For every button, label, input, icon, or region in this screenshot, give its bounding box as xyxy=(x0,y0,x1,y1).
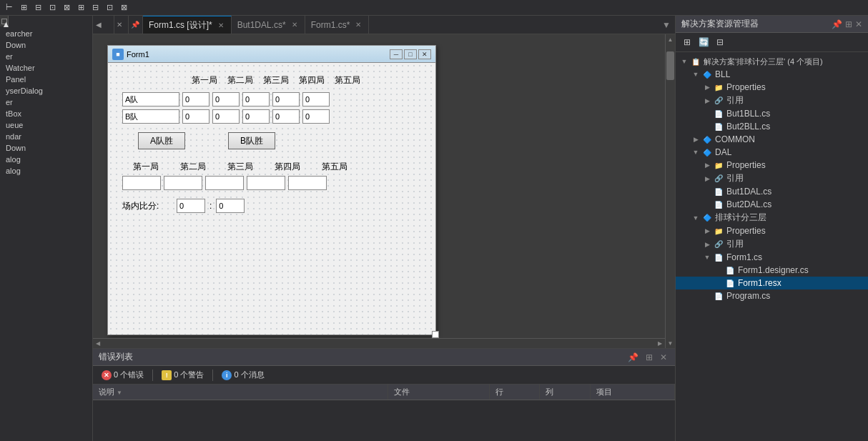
message-count-badge[interactable]: i 0 个消息 xyxy=(217,368,268,382)
form-restore-btn[interactable]: □ xyxy=(404,49,417,59)
tab-pin[interactable]: 📌 xyxy=(129,16,143,34)
toolbox-item-er[interactable]: er xyxy=(0,51,92,62)
error-panel-close-icon[interactable]: ✕ xyxy=(658,352,669,362)
team-b-score-2[interactable] xyxy=(212,109,240,124)
tree-item-main-properties[interactable]: ▶ 📁 Properties xyxy=(676,224,868,237)
designer-scroll-y[interactable]: ▲ ▼ xyxy=(665,34,675,348)
field-score-a-input[interactable] xyxy=(177,199,205,213)
error-panel-float-icon[interactable]: ⊞ xyxy=(643,352,655,362)
team-b-score-5[interactable] xyxy=(302,109,330,124)
toolbox-item-textbox[interactable]: tBox xyxy=(0,108,92,119)
toolbar-btn-2[interactable]: ⊞ xyxy=(17,1,30,14)
form-minimize-btn[interactable]: ─ xyxy=(390,49,403,59)
toolbar-btn-6[interactable]: ⊞ xyxy=(74,1,87,14)
tree-expand-dal[interactable]: ▼ xyxy=(690,147,701,158)
tree-expand-main-props[interactable]: ▶ xyxy=(701,225,713,237)
team-a-name-input[interactable] xyxy=(122,92,179,106)
tab-but1dal[interactable]: But1DAL.cs* ✕ xyxy=(232,16,305,34)
team-a-score-2[interactable] xyxy=(212,92,240,106)
tree-expand-main-ref[interactable]: ▶ xyxy=(701,239,713,250)
result-input-2[interactable] xyxy=(164,176,202,190)
tree-item-form1cs[interactable]: ▼ 📄 Form1.cs xyxy=(676,251,868,264)
toolbar-btn-4[interactable]: ⊡ xyxy=(46,1,59,14)
designer-area[interactable]: ■ Form1 ─ □ ✕ xyxy=(93,34,675,348)
tree-item-bll-properties[interactable]: ▶ 📁 Properties xyxy=(676,81,868,94)
se-float-icon[interactable]: ⊞ xyxy=(845,19,852,29)
warning-count-badge[interactable]: ! 0 个警告 xyxy=(157,368,208,382)
tree-expand-bll-ref[interactable]: ▶ xyxy=(701,95,713,106)
tree-expand-dal-ref[interactable]: ▶ xyxy=(701,173,713,184)
result-input-5[interactable] xyxy=(288,176,327,190)
result-input-1[interactable] xyxy=(122,176,161,190)
tab-form1-cs-close[interactable]: ✕ xyxy=(354,20,363,29)
tree-item-common[interactable]: ▶ 🔷 COMMON xyxy=(676,133,868,146)
scroll-y-down[interactable]: ▼ xyxy=(666,338,675,348)
toolbox-item-panel[interactable]: Panel xyxy=(0,74,92,85)
tab-form1-design[interactable]: Form1.cs [设计]* ✕ xyxy=(143,16,232,34)
scroll-y-track[interactable] xyxy=(666,44,675,338)
team-a-score-4[interactable] xyxy=(272,92,300,106)
form-resize-handle[interactable] xyxy=(432,331,439,338)
tree-item-solution[interactable]: ▼ 📋 解决方案'排球计分三层' (4 个项目) xyxy=(676,55,868,68)
se-toolbar-btn-3[interactable]: ⊟ xyxy=(713,35,727,49)
tab-minimize[interactable]: ◀ xyxy=(93,16,114,34)
toolbar-btn-1[interactable]: ⊢ xyxy=(3,1,16,14)
form-close-btn[interactable]: ✕ xyxy=(418,49,431,59)
team-b-score-3[interactable] xyxy=(242,109,270,124)
team-b-name-input[interactable] xyxy=(122,109,179,124)
toolbox-item-down2[interactable]: Down xyxy=(0,142,92,154)
tree-item-but1bll[interactable]: ▶ 📄 But1BLL.cs xyxy=(676,107,868,120)
toolbox-item-calendar[interactable]: ndar xyxy=(0,131,92,142)
tree-expand-common[interactable]: ▶ xyxy=(690,134,701,145)
toolbox-item-dialog2[interactable]: alog xyxy=(0,165,92,177)
tree-item-dal[interactable]: ▼ 🔷 DAL xyxy=(676,146,868,159)
scroll-up-btn[interactable]: ▲ xyxy=(1,19,7,24)
team-a-score-3[interactable] xyxy=(242,92,270,106)
tree-item-bll-ref[interactable]: ▶ 🔗 引用 xyxy=(676,94,868,107)
team-a-win-btn[interactable]: A队胜 xyxy=(138,132,185,149)
tab-close-all[interactable]: ✕ xyxy=(114,16,129,34)
team-a-score-1[interactable] xyxy=(182,92,209,106)
tree-item-form1resx[interactable]: ▶ 📄 Form1.resx xyxy=(676,277,868,289)
tree-item-main-ref[interactable]: ▶ 🔗 引用 xyxy=(676,237,868,251)
tree-item-form1designer[interactable]: ▶ 📄 Form1.designer.cs xyxy=(676,264,868,277)
team-b-score-4[interactable] xyxy=(272,109,300,124)
error-panel-pin-icon[interactable]: 📌 xyxy=(626,352,641,362)
tree-item-but1dal[interactable]: ▶ 📄 But1DAL.cs xyxy=(676,185,868,198)
se-toolbar-btn-2[interactable]: 🔄 xyxy=(696,35,711,49)
tab-but1dal-close[interactable]: ✕ xyxy=(290,20,299,29)
tree-item-main[interactable]: ▼ 🔷 排球计分三层 xyxy=(676,211,868,224)
tree-item-bll[interactable]: ▼ 🔷 BLL xyxy=(676,68,868,81)
result-input-4[interactable] xyxy=(247,176,285,190)
toolbar-btn-5[interactable]: ⊠ xyxy=(60,1,73,14)
scroll-x-left[interactable]: ◀ xyxy=(93,339,103,348)
team-b-score-1[interactable] xyxy=(182,109,209,124)
se-toolbar-btn-1[interactable]: ⊞ xyxy=(680,35,694,49)
toolbar-btn-7[interactable]: ⊟ xyxy=(89,1,102,14)
field-score-b-input[interactable] xyxy=(216,199,245,213)
toolbox-item-watcher[interactable]: Watcher xyxy=(0,62,92,74)
tree-expand-dal-props[interactable]: ▶ xyxy=(701,159,713,171)
tree-item-dal-properties[interactable]: ▶ 📁 Properties xyxy=(676,159,868,172)
tree-expand-bll-props[interactable]: ▶ xyxy=(701,81,713,93)
scroll-y-up[interactable]: ▲ xyxy=(666,34,675,44)
error-table[interactable]: 说明 ▼ 文件 行 列 xyxy=(93,385,675,441)
tree-expand-form1cs[interactable]: ▼ xyxy=(701,252,713,263)
toolbox-item-browserdialog[interactable]: yserDialog xyxy=(0,85,92,96)
tree-expand-solution[interactable]: ▼ xyxy=(679,56,690,67)
toolbox-item-er2[interactable]: er xyxy=(0,96,92,108)
team-b-win-btn[interactable]: B队胜 xyxy=(228,132,275,149)
tree-item-but2dal[interactable]: ▶ 📄 But2DAL.cs xyxy=(676,198,868,211)
tab-scroll-arrow[interactable]: ▼ xyxy=(658,16,675,34)
result-input-3[interactable] xyxy=(205,176,244,190)
team-a-score-5[interactable] xyxy=(302,92,330,106)
toolbar-btn-3[interactable]: ⊟ xyxy=(31,1,44,14)
se-pin-icon[interactable]: 📌 xyxy=(832,19,842,29)
se-close-icon[interactable]: ✕ xyxy=(855,19,862,29)
error-count-badge[interactable]: ✕ 0 个错误 xyxy=(97,368,148,382)
tab-form1-design-close[interactable]: ✕ xyxy=(217,21,225,30)
toolbox-item-dialog[interactable]: alog xyxy=(0,154,92,165)
scroll-x-right[interactable]: ▶ xyxy=(655,339,665,348)
tree-expand-main[interactable]: ▼ xyxy=(690,212,701,224)
tree-item-but2bll[interactable]: ▶ 📄 But2BLL.cs xyxy=(676,120,868,133)
